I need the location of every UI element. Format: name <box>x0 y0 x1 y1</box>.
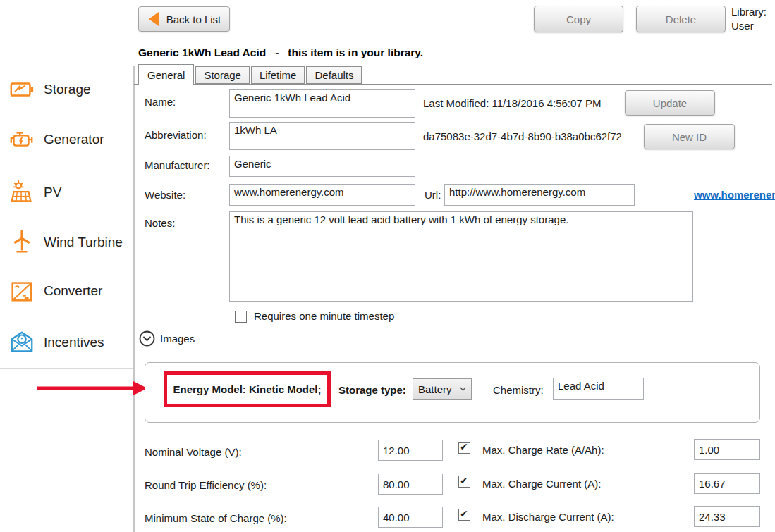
storage-type-dropdown[interactable]: Battery <box>413 378 472 400</box>
sidebar-item-label: PV <box>44 185 61 200</box>
max-charge-current-input[interactable] <box>694 473 760 494</box>
abbreviation-label: Abbreviation: <box>145 129 207 141</box>
wind-turbine-icon <box>8 229 35 256</box>
red-annotation-arrow <box>32 379 148 397</box>
notes-label: Notes: <box>145 217 175 229</box>
website-label: Website: <box>145 189 185 201</box>
max-charge-rate-label: Max. Charge Rate (A/Ah): <box>482 444 604 456</box>
update-label: Update <box>653 97 687 109</box>
timestep-label: Requires one minute timestep <box>254 310 394 322</box>
converter-icon <box>8 278 35 304</box>
notes-input[interactable]: This is a generic 12 volt lead acid batt… <box>229 211 693 302</box>
sidebar-item-label: Generator <box>44 132 104 147</box>
images-expander-icon[interactable] <box>139 330 155 347</box>
storage-type-value: Battery <box>418 383 452 395</box>
name-label: Name: <box>145 96 176 108</box>
item-name: Generic 1kWh Lead Acid <box>138 47 266 59</box>
item-title: Generic 1kWh Lead Acid - this item is in… <box>138 47 423 59</box>
solar-panel-icon <box>8 179 35 206</box>
max-charge-current-label: Max. Charge Current (A): <box>482 478 601 490</box>
battery-icon <box>8 76 35 103</box>
max-discharge-current-label: Max. Discharge Current (A): <box>482 511 614 523</box>
tab-lifetime[interactable]: Lifetime <box>251 66 305 84</box>
max-charge-rate-checkbox[interactable] <box>458 442 470 454</box>
sidebar-item-wind-turbine[interactable]: Wind Turbine <box>0 218 133 266</box>
abbreviation-input[interactable]: 1kWh LA <box>229 122 415 150</box>
sidebar-item-label: Incentives <box>44 335 104 350</box>
website-input[interactable]: www.homerenergy.com <box>229 184 415 206</box>
sidebar-item-label: Converter <box>44 283 102 299</box>
library-label: Library: <box>731 5 767 19</box>
chemistry-label: Chemistry: <box>493 384 544 396</box>
nominal-voltage-label: Nominal Voltage (V): <box>145 446 242 458</box>
new-id-label: New ID <box>672 131 707 143</box>
title-dash: - <box>275 47 279 59</box>
chevron-down-icon <box>460 387 466 391</box>
min-state-of-charge-input[interactable] <box>378 507 443 528</box>
manufacturer-label: Manufacturer: <box>145 159 210 171</box>
timestep-checkbox[interactable] <box>235 311 247 323</box>
website-hyperlink[interactable]: www.homerenergy.com <box>694 189 775 201</box>
tab-general[interactable]: General <box>138 64 194 85</box>
back-arrow-icon <box>147 11 160 27</box>
delete-button[interactable]: Delete <box>636 6 726 32</box>
item-id-text: da75083e-32d7-4b7d-8b90-b38a0bc62f72 <box>423 130 622 142</box>
back-to-list-label: Back to List <box>166 13 221 25</box>
sidebar-item-converter[interactable]: Converter <box>0 266 133 316</box>
back-to-list-button[interactable]: Back to List <box>138 6 230 32</box>
library-indicator: Library: User <box>731 5 767 33</box>
max-discharge-current-input[interactable] <box>694 506 760 527</box>
sidebar-item-label: Storage <box>44 82 91 97</box>
sidebar-item-label: Wind Turbine <box>44 235 123 250</box>
max-discharge-current-checkbox[interactable] <box>458 509 470 521</box>
storage-type-label: Storage type: <box>338 384 406 396</box>
images-expander-label[interactable]: Images <box>160 333 195 345</box>
sidebar-item-storage[interactable]: Storage <box>0 66 133 113</box>
sidebar-vertical-divider <box>133 66 135 532</box>
energy-model-text: Energy Model: Kinetic Model; <box>173 383 321 395</box>
manufacturer-input[interactable]: Generic <box>229 156 415 177</box>
item-status: this item is in your library. <box>288 47 423 59</box>
sidebar-item-generator[interactable]: Generator <box>0 113 133 166</box>
envelope-money-icon <box>8 329 35 356</box>
red-highlight-box: Energy Model: Kinetic Model; <box>164 371 331 407</box>
tab-bar: General Storage Lifetime Defaults <box>138 64 363 85</box>
nominal-voltage-input[interactable] <box>378 440 443 461</box>
copy-label: Copy <box>566 13 591 25</box>
min-state-of-charge-label: Minimum State of Charge (%): <box>145 512 287 524</box>
name-input[interactable]: Generic 1kWh Lead Acid <box>229 89 415 118</box>
copy-button[interactable]: Copy <box>534 6 623 32</box>
round-trip-efficiency-input[interactable] <box>378 474 443 495</box>
sidebar-item-pv[interactable]: PV <box>0 166 133 218</box>
max-charge-current-checkbox[interactable] <box>458 476 470 488</box>
library-value: User <box>731 19 767 33</box>
tab-defaults[interactable]: Defaults <box>306 66 362 84</box>
chemistry-input[interactable]: Lead Acid <box>553 378 644 400</box>
engine-icon <box>8 126 35 153</box>
new-id-button[interactable]: New ID <box>644 124 735 149</box>
max-charge-rate-input[interactable] <box>694 439 760 460</box>
sidebar-item-incentives[interactable]: Incentives <box>0 316 133 369</box>
round-trip-efficiency-label: Round Trip Efficiency (%): <box>145 479 267 491</box>
last-modified-text: Last Modified: 11/18/2016 4:56:07 PM <box>423 97 601 109</box>
url-input[interactable]: http://www.homerenergy.com <box>444 184 635 206</box>
tab-storage[interactable]: Storage <box>195 66 250 84</box>
delete-label: Delete <box>666 13 696 25</box>
url-label: Url: <box>425 189 441 201</box>
update-button[interactable]: Update <box>625 90 715 116</box>
